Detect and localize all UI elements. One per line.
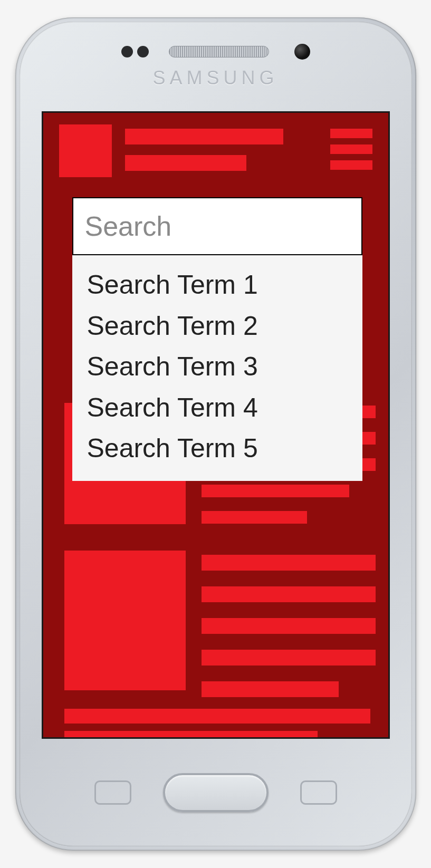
phone-bottom-area (20, 739, 412, 846)
list-item-line (202, 618, 376, 634)
list-item-line (202, 650, 376, 666)
device-brand: SAMSUNG (152, 67, 278, 89)
list-item-line (202, 511, 307, 524)
device-screen: Search Term 1 Search Term 2 Search Term … (42, 111, 390, 739)
footer-line (64, 731, 318, 739)
search-suggestion[interactable]: Search Term 1 (87, 265, 352, 306)
list-item-thumb (64, 551, 186, 690)
sensor-row (121, 44, 310, 60)
search-suggestion[interactable]: Search Term 5 (87, 428, 352, 469)
phone-inner: SAMSUNG (20, 22, 412, 846)
list-item-line (202, 681, 339, 697)
search-box[interactable] (72, 197, 362, 255)
search-suggestion[interactable]: Search Term 2 (87, 306, 352, 347)
app-subtitle-placeholder (125, 155, 246, 171)
list-item-line (202, 485, 349, 497)
earpiece-speaker (169, 46, 269, 57)
search-suggestion[interactable]: Search Term 4 (87, 388, 352, 429)
hamburger-menu-icon[interactable] (330, 129, 372, 170)
search-suggestion[interactable]: Search Term 3 (87, 346, 352, 388)
app-logo-placeholder (59, 124, 112, 177)
phone-top-area: SAMSUNG (20, 22, 412, 111)
footer-line (64, 709, 370, 724)
list-item-line (202, 586, 376, 602)
proximity-sensors (121, 46, 149, 57)
app-title-placeholder (125, 129, 283, 144)
back-softkey[interactable] (300, 780, 337, 805)
front-camera (294, 44, 310, 60)
recent-apps-softkey[interactable] (94, 780, 131, 805)
search-suggestions: Search Term 1 Search Term 2 Search Term … (72, 255, 362, 481)
phone-frame: SAMSUNG (15, 17, 416, 851)
search-overlay: Search Term 1 Search Term 2 Search Term … (72, 197, 362, 481)
list-item-line (202, 555, 376, 571)
search-input[interactable] (85, 210, 350, 242)
home-button[interactable] (163, 773, 269, 812)
